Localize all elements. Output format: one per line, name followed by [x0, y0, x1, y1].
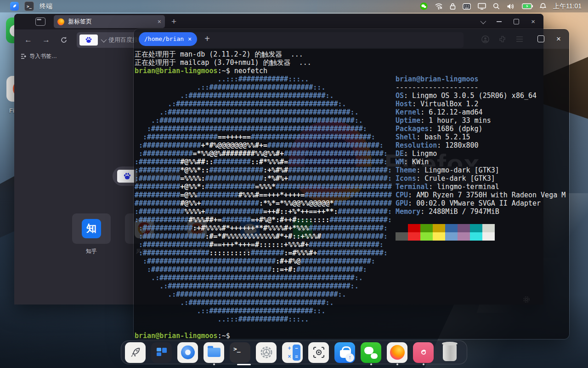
- back-button[interactable]: ←: [24, 35, 32, 45]
- input-method-icon[interactable]: [463, 3, 471, 10]
- reload-button[interactable]: [60, 36, 68, 44]
- search-engine-chip[interactable]: [79, 34, 98, 46]
- top-bar: >_ 终端 上午11:01: [0, 0, 588, 12]
- dock: >_+×−=↑: [121, 340, 467, 364]
- running-indicator: [237, 364, 251, 365]
- firefox-view-icon[interactable]: [35, 17, 45, 26]
- running-indicator: [396, 363, 398, 365]
- dock-item-calculator[interactable]: +×−=: [282, 342, 303, 363]
- tab-close-icon[interactable]: ×: [158, 18, 161, 25]
- lock-icon[interactable]: [450, 3, 456, 10]
- wifi-disconnected-icon[interactable]: [435, 3, 443, 10]
- wechat-tray-icon[interactable]: [420, 2, 428, 10]
- firefox-maximize-button[interactable]: [514, 19, 519, 24]
- firefox-minimize-button[interactable]: [497, 21, 502, 22]
- firefox-tab-favicon: [57, 18, 64, 25]
- baidu-paw-icon: [123, 172, 131, 180]
- import-icon: [21, 53, 27, 59]
- zhihu-icon: 知: [82, 219, 101, 238]
- dock-item-screenshot[interactable]: [308, 342, 329, 363]
- terminal-maximize-button[interactable]: [537, 35, 544, 42]
- tile-zhihu[interactable]: 知 知乎: [72, 213, 111, 256]
- terminal-body[interactable]: 正在处理用于 man-db (2.11.2-2) 的触发器 ...正在处理用于 …: [134, 49, 569, 339]
- neofetch-info-panel: brian@brian-lingmoos--------------------…: [396, 75, 565, 216]
- dock-item-firefox[interactable]: [387, 342, 407, 363]
- dock-item-appstore[interactable]: ↑: [334, 342, 355, 363]
- dock-item-workspaces[interactable]: [151, 342, 172, 363]
- desktop: Fi 新标签页 × + × ← →: [0, 0, 588, 368]
- clock: 上午11:01: [553, 2, 582, 11]
- search-engine-chevron-icon[interactable]: [101, 36, 107, 42]
- volume-icon[interactable]: [507, 3, 515, 10]
- import-bookmarks-item[interactable]: 导入书签…: [21, 52, 57, 60]
- dock-item-terminal[interactable]: >_: [230, 342, 250, 363]
- baidu-paw-icon: [85, 36, 92, 44]
- terminal-title-bar[interactable]: /home/brian × + ×: [134, 29, 569, 49]
- terminal-close-button[interactable]: ×: [556, 36, 561, 42]
- tab-title: 新标签页: [68, 17, 154, 26]
- active-app-title: 终端: [40, 2, 52, 11]
- neofetch-color-palette: [396, 224, 495, 241]
- terminal-tab[interactable]: /home/brian ×: [139, 32, 197, 46]
- dock-item-launcher[interactable]: [125, 342, 146, 363]
- launcher-icon[interactable]: [10, 2, 19, 11]
- dock-item-settings[interactable]: [256, 342, 277, 363]
- tile-label: 知乎: [63, 247, 120, 255]
- dock-item-wechat[interactable]: [361, 342, 381, 363]
- battery-charging-icon[interactable]: [522, 3, 533, 9]
- terminal-window: /home/brian × + × 正在处理用于 man-db (2.11.2-…: [133, 29, 570, 339]
- firefox-tab-bar: 新标签页 × + ×: [14, 14, 543, 29]
- import-bookmarks-label: 导入书签…: [29, 52, 57, 60]
- running-indicator: [213, 363, 215, 365]
- firefox-close-button[interactable]: ×: [531, 19, 535, 24]
- running-indicator: [423, 363, 424, 365]
- terminal-tab-title: /home/brian: [144, 35, 184, 42]
- display-icon[interactable]: [478, 3, 486, 10]
- new-tab-button[interactable]: +: [171, 17, 176, 27]
- tab-list-chevron-icon[interactable]: [481, 18, 486, 24]
- desktop-icon-label: Fi: [9, 107, 14, 114]
- forward-button[interactable]: →: [42, 35, 50, 45]
- dock-item-browser[interactable]: [177, 342, 198, 363]
- dock-item-trash[interactable]: [439, 342, 460, 363]
- terminal-tab-close-icon[interactable]: ×: [188, 36, 192, 42]
- terminal-output: 正在处理用于 man-db (2.11.2-2) 的触发器 ...正在处理用于 …: [135, 50, 392, 339]
- notifications-bell-icon[interactable]: [540, 3, 546, 10]
- search-icon[interactable]: [493, 3, 500, 10]
- terminal-app-icon[interactable]: >_: [24, 1, 34, 11]
- dock-item-debian[interactable]: [413, 342, 434, 363]
- firefox-active-tab[interactable]: 新标签页 ×: [54, 15, 165, 28]
- terminal-new-tab-button[interactable]: +: [204, 34, 210, 44]
- dock-item-files[interactable]: [204, 342, 224, 363]
- running-indicator: [370, 363, 372, 365]
